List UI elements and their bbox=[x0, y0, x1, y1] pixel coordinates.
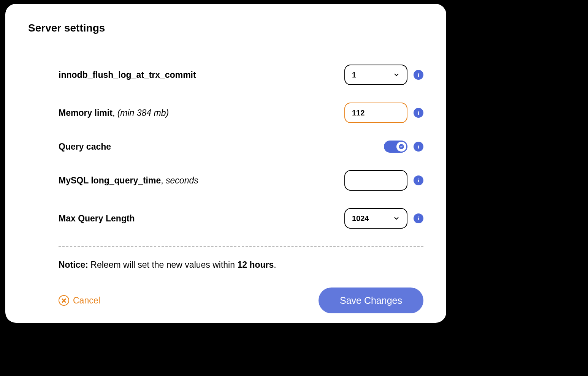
setting-row-long-query-time: MySQL long_query_time, seconds i bbox=[59, 170, 423, 191]
info-icon[interactable]: i bbox=[414, 142, 423, 152]
notice-text: Notice: Releem will set the new values w… bbox=[28, 260, 423, 270]
setting-label-query-cache: Query cache bbox=[59, 142, 111, 152]
settings-list: innodb_flush_log_at_trx_commit 1 i Memor… bbox=[28, 65, 423, 247]
setting-row-innodb-flush: innodb_flush_log_at_trx_commit 1 i bbox=[59, 65, 423, 85]
setting-label-max-query-length: Max Query Length bbox=[59, 213, 135, 224]
max-query-length-select[interactable]: 1024 bbox=[344, 208, 407, 229]
label-hint: (min 384 mb) bbox=[117, 108, 169, 118]
label-sep: , bbox=[161, 175, 166, 185]
info-icon[interactable]: i bbox=[414, 175, 423, 185]
cancel-label: Cancel bbox=[73, 295, 100, 306]
notice-emphasis: 12 hours bbox=[237, 260, 274, 270]
setting-control-group: i bbox=[344, 170, 423, 191]
server-settings-panel: Server settings innodb_flush_log_at_trx_… bbox=[5, 4, 446, 323]
select-value: 1 bbox=[352, 71, 356, 79]
divider bbox=[59, 246, 423, 247]
innodb-flush-select[interactable]: 1 bbox=[344, 65, 407, 85]
long-query-time-input[interactable] bbox=[352, 171, 400, 190]
cancel-button[interactable]: Cancel bbox=[59, 295, 100, 306]
long-query-time-input-wrapper bbox=[344, 170, 407, 191]
notice-label: Notice: bbox=[59, 260, 88, 270]
select-value: 1024 bbox=[352, 214, 369, 223]
notice-body-before: Releem will set the new values within bbox=[88, 260, 237, 270]
setting-label-innodb-flush: innodb_flush_log_at_trx_commit bbox=[59, 70, 196, 80]
memory-limit-input[interactable] bbox=[352, 103, 400, 122]
memory-limit-input-wrapper bbox=[344, 103, 407, 123]
panel-title: Server settings bbox=[28, 22, 423, 34]
label-text: MySQL long_query_time bbox=[59, 175, 161, 185]
setting-row-max-query-length: Max Query Length 1024 i bbox=[59, 208, 423, 229]
info-icon[interactable]: i bbox=[414, 213, 423, 223]
setting-control-group: i bbox=[344, 103, 423, 123]
setting-label-memory-limit: Memory limit, (min 384 mb) bbox=[59, 108, 169, 118]
setting-control-group: 1024 i bbox=[344, 208, 423, 229]
info-icon[interactable]: i bbox=[414, 70, 423, 80]
label-hint: seconds bbox=[166, 175, 198, 185]
label-text: Memory limit bbox=[59, 108, 113, 118]
label-sep: , bbox=[113, 108, 117, 118]
setting-row-memory-limit: Memory limit, (min 384 mb) i bbox=[59, 103, 423, 123]
save-changes-button[interactable]: Save Changes bbox=[319, 288, 423, 313]
close-circle-icon bbox=[59, 295, 69, 306]
chevron-down-icon bbox=[393, 215, 400, 222]
info-icon[interactable]: i bbox=[414, 108, 423, 118]
setting-row-query-cache: Query cache i bbox=[59, 141, 423, 153]
setting-label-long-query-time: MySQL long_query_time, seconds bbox=[59, 175, 198, 186]
query-cache-toggle[interactable] bbox=[384, 141, 407, 153]
notice-body-after: . bbox=[274, 260, 276, 270]
actions-row: Cancel Save Changes bbox=[28, 288, 423, 313]
setting-control-group: i bbox=[384, 141, 423, 153]
chevron-down-icon bbox=[393, 71, 400, 78]
toggle-knob bbox=[396, 142, 406, 152]
setting-control-group: 1 i bbox=[344, 65, 423, 85]
